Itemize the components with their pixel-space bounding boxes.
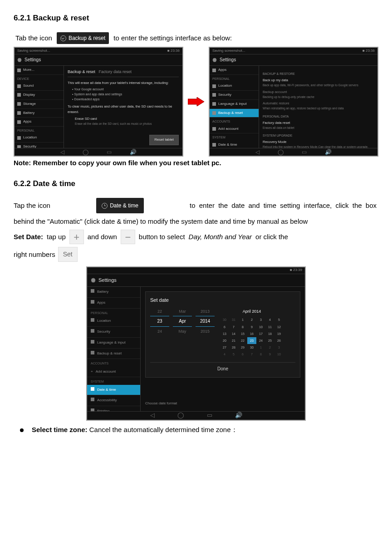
- sidebar: More... DEVICE Sound Display Storage Bat…: [15, 66, 64, 148]
- text: Tab the icon: [15, 33, 52, 44]
- day-spinner: 22 23 24: [150, 308, 169, 358]
- calendar-title: April 2014: [220, 308, 284, 315]
- sidebar-cat: PERSONAL: [87, 309, 140, 316]
- sidebar: Apps PERSONAL Location Security Language…: [210, 66, 259, 148]
- sidebar-item: Security: [15, 143, 64, 148]
- screenshot-set-date: ■ 23:39 Settings Battery Apps PERSONAL L…: [86, 266, 306, 421]
- screenshot-backup-reset-menu: Saving screenshot...■ 23:36 Settings App…: [209, 47, 378, 157]
- nav-bar: ◁◯▭🔊: [87, 411, 305, 420]
- year-spinner: 2013 2014 2015: [196, 308, 215, 358]
- sidebar-item-selected: Backup & reset: [210, 109, 259, 118]
- screenshot-backup-reset-confirm: Saving screenshot...■ 23:36 Settings Mor…: [14, 47, 183, 157]
- sidebar-cat: DEVICE: [15, 75, 64, 82]
- row-title: Backup account: [263, 89, 374, 95]
- bullet-icon: [20, 428, 24, 432]
- status-bar: Saving screenshot...■ 23:36: [210, 48, 377, 54]
- sidebar-item: Sound: [15, 82, 64, 91]
- sidebar-cat: PERSONAL: [15, 127, 64, 133]
- section-heading: 6.2.2 Date & time: [14, 177, 378, 190]
- sidebar-item: Battery: [15, 109, 64, 118]
- row-title: Back up my data: [263, 78, 374, 83]
- sidebar-cat: SYSTEM: [87, 377, 140, 384]
- panel-text: To clear music, pictures and other user …: [68, 104, 179, 115]
- erase-sd: Erase SD card: [75, 116, 179, 122]
- clock-icon: [102, 203, 108, 209]
- row-title: Factory data reset: [263, 120, 374, 126]
- row-title: Recovery Mode: [263, 139, 374, 145]
- gear-icon: [212, 58, 217, 62]
- panel-bullets: Your Google account System and app data …: [72, 87, 179, 102]
- italic-text: Day, Month and Year: [189, 231, 252, 242]
- sidebar-cat: PERSONAL: [210, 75, 259, 82]
- text: to enter the settings interface as below…: [113, 33, 232, 44]
- row-sub: When reinstalling an app, restore backed…: [263, 106, 374, 111]
- row-title: Automatic restore: [263, 101, 374, 106]
- sidebar: Battery Apps PERSONAL Location Security …: [87, 287, 141, 411]
- red-arrow-icon: [188, 95, 204, 108]
- done-button: Done: [150, 362, 295, 373]
- paragraph: behind the "Automatic" (click date & tim…: [14, 216, 378, 227]
- sidebar-item: Display: [15, 91, 64, 100]
- title-text: Settings: [24, 56, 41, 64]
- status-time: ■ 23:36: [167, 48, 180, 54]
- main-panel: Backup & reset Factory data reset This w…: [64, 66, 182, 148]
- nav-bar: ◁◯▭🔊: [15, 148, 182, 156]
- sidebar-item: Security: [210, 91, 259, 100]
- main-panel: Set date 22 23 24 Mar Apr May: [141, 287, 305, 411]
- sidebar-cat: ACCOUNTS: [87, 359, 140, 366]
- sidebar-item: Date & time: [210, 141, 259, 148]
- bullet-item: Select time zone: Cancel the automatical…: [14, 424, 378, 435]
- sidebar-item: Storage: [15, 100, 64, 109]
- label: Set Date:: [14, 231, 43, 242]
- settings-title: Settings: [87, 274, 305, 287]
- text: button to select: [139, 231, 185, 242]
- status-time: ■ 23:36: [363, 48, 375, 54]
- row-sub: Back up app data, Wi-Fi passwords, and o…: [263, 83, 374, 88]
- panel-caption: Choose date format: [145, 401, 300, 407]
- title-text: Settings: [220, 56, 236, 64]
- label: Backup & reset: [69, 34, 105, 43]
- sidebar-item: Backup & reset: [87, 349, 140, 359]
- sidebar-item: Apps: [87, 298, 140, 309]
- erase-sd-sub: Erase all the data on the SD card, such …: [75, 122, 179, 126]
- paragraph: Tap the icon Date & time to enter the da…: [14, 198, 378, 213]
- panel-header: Backup & reset Factory data reset: [68, 69, 179, 77]
- screenshot-row: Saving screenshot...■ 23:36 Settings Mor…: [14, 47, 378, 157]
- sidebar-cat: ACCOUNTS: [210, 118, 259, 124]
- row-sub: Backing up to debug-only private cache: [263, 95, 374, 99]
- set-date-line2: right numbers Set: [14, 247, 378, 261]
- text: tap up: [47, 231, 66, 242]
- settings-title: Settings: [15, 54, 182, 66]
- text: to enter the date and time setting inter…: [190, 200, 377, 211]
- sidebar-item: Printing: [87, 406, 140, 411]
- bullet-text: Select time zone: Cancel the automatical…: [32, 424, 238, 435]
- sidebar-item: +Add account: [87, 367, 140, 378]
- section-label: SYSTEM UPGRADE: [263, 133, 374, 138]
- text: right numbers: [14, 249, 55, 260]
- sidebar-item-selected: Date & time: [87, 385, 140, 396]
- sidebar-item: Security: [87, 327, 140, 338]
- status-bar: ■ 23:39: [87, 267, 305, 274]
- sidebar-item: Apps: [210, 66, 259, 75]
- sidebar-item: Location: [15, 133, 64, 143]
- settings-title: Settings: [210, 54, 377, 66]
- sidebar-item: Language & input: [210, 100, 259, 109]
- month-spinner: Mar Apr May: [173, 308, 192, 358]
- set-button: Set: [58, 247, 78, 261]
- set-date-dialog: Set date 22 23 24 Mar Apr May: [145, 291, 300, 378]
- gear-icon: [17, 58, 22, 62]
- sidebar-item: More...: [15, 66, 64, 75]
- status-time: ■ 23:39: [290, 267, 302, 273]
- sidebar-item: Location: [210, 82, 259, 91]
- refresh-icon: [60, 35, 66, 41]
- label: Date & time: [110, 202, 138, 210]
- sidebar-item: Location: [87, 316, 140, 327]
- plus-icon-button: +: [69, 230, 84, 244]
- sidebar-item: Language & input: [87, 338, 140, 349]
- intro-line: Tab the icon Backup & reset to enter the…: [14, 32, 378, 44]
- section-label: BACKUP & RESTORE: [263, 71, 374, 76]
- status-text: Saving screenshot...: [17, 48, 50, 54]
- nav-bar: ◁◯▭🔊: [210, 148, 377, 156]
- main-panel: BACKUP & RESTORE Back up my data Back up…: [259, 66, 377, 148]
- status-text: Saving screenshot...: [212, 48, 245, 54]
